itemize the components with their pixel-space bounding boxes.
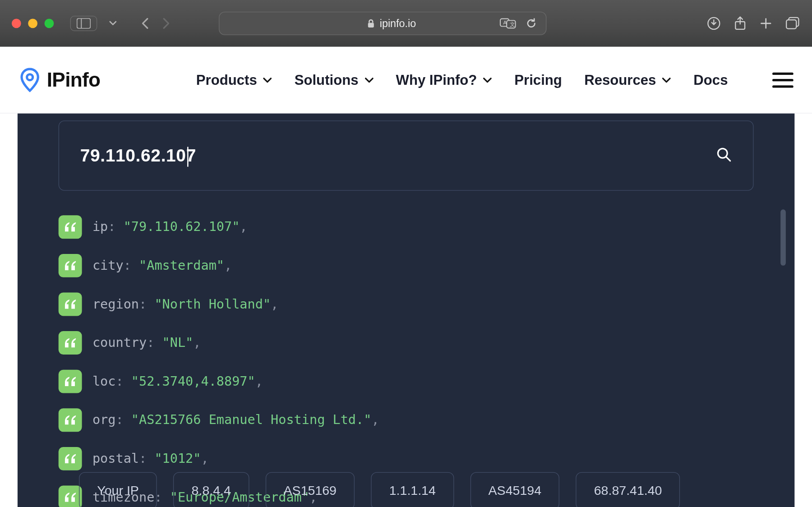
reload-button[interactable] — [521, 14, 541, 33]
json-key: city — [92, 258, 124, 272]
close-window-button[interactable] — [12, 19, 21, 28]
json-key: postal — [92, 451, 139, 466]
site-header: IPinfo Products Solutions Why IPinfo? Pr… — [0, 47, 812, 114]
address-bar[interactable]: ipinfo.io A文 — [219, 12, 546, 35]
quote-icon[interactable] — [59, 447, 82, 470]
nav-label: Products — [196, 72, 257, 88]
logo[interactable]: IPinfo — [19, 67, 101, 93]
chip-example-3[interactable]: 1.1.1.14 — [371, 472, 454, 507]
main-nav: Products Solutions Why IPinfo? Pricing R… — [196, 72, 794, 88]
chip-example-5[interactable]: 68.87.41.40 — [576, 472, 680, 507]
result-row-region: region: "North Holland", — [59, 293, 754, 316]
quote-icon[interactable] — [59, 370, 82, 393]
translate-button[interactable]: A文 — [498, 14, 518, 33]
nav-products[interactable]: Products — [196, 72, 272, 88]
quote-icon[interactable] — [59, 254, 82, 277]
new-tab-button[interactable] — [760, 14, 773, 33]
search-button[interactable] — [715, 146, 732, 165]
browser-toolbar: ipinfo.io A文 — [0, 0, 812, 47]
nav-why[interactable]: Why IPinfo? — [396, 72, 493, 88]
logo-text: IPinfo — [47, 69, 101, 92]
chevron-down-icon — [662, 76, 671, 83]
result-row-country: country: "NL", — [59, 331, 754, 355]
back-button[interactable] — [136, 14, 156, 33]
svg-point-11 — [27, 74, 33, 80]
minimize-window-button[interactable] — [28, 19, 37, 28]
ip-search-input[interactable] — [80, 146, 307, 166]
json-value: "1012" — [154, 451, 201, 466]
quote-icon[interactable] — [59, 331, 82, 355]
json-value: "Amsterdam" — [139, 258, 224, 272]
nav-solutions[interactable]: Solutions — [295, 72, 374, 88]
json-key: country — [92, 335, 147, 350]
svg-rect-2 — [368, 23, 374, 28]
nav-pricing[interactable]: Pricing — [514, 72, 562, 88]
menu-button[interactable] — [772, 72, 794, 88]
example-chips: Your IP 8.8.4.4 AS15169 1.1.1.14 AS45194… — [79, 472, 680, 507]
json-key: region — [92, 297, 139, 311]
sidebar-toggle-button[interactable] — [70, 16, 97, 31]
lock-icon — [367, 19, 375, 28]
ip-search-box — [59, 120, 754, 191]
maximize-window-button[interactable] — [45, 19, 54, 28]
json-value: "52.3740,4.8897" — [131, 374, 255, 388]
logo-icon — [19, 67, 41, 93]
svg-text:文: 文 — [510, 21, 515, 27]
quote-icon[interactable] — [59, 486, 82, 507]
svg-rect-0 — [77, 18, 91, 28]
svg-line-13 — [726, 157, 730, 161]
result-row-city: city: "Amsterdam", — [59, 254, 754, 277]
json-value: "North Holland" — [154, 297, 271, 311]
json-value: "79.110.62.107" — [124, 219, 240, 234]
search-icon — [715, 146, 732, 162]
nav-docs[interactable]: Docs — [693, 72, 728, 88]
window-controls — [12, 19, 54, 28]
chip-your-ip[interactable]: Your IP — [79, 472, 157, 507]
chip-example-1[interactable]: 8.8.4.4 — [173, 472, 249, 507]
nav-label: Why IPinfo? — [396, 72, 477, 88]
svg-text:A: A — [503, 19, 507, 25]
json-value: "NL" — [162, 335, 194, 350]
downloads-button[interactable] — [707, 14, 721, 33]
chevron-down-icon — [483, 76, 492, 83]
quote-icon[interactable] — [59, 215, 82, 239]
nav-resources[interactable]: Resources — [584, 72, 671, 88]
tab-overview-button[interactable] — [103, 14, 123, 33]
quote-icon[interactable] — [59, 408, 82, 432]
chip-example-2[interactable]: AS15169 — [265, 472, 355, 507]
nav-label: Docs — [693, 72, 728, 88]
nav-label: Solutions — [295, 72, 359, 88]
nav-label: Pricing — [514, 72, 562, 88]
url-host: ipinfo.io — [380, 17, 416, 29]
forward-button[interactable] — [156, 14, 175, 33]
chevron-down-icon — [263, 76, 272, 83]
json-key: ip — [92, 219, 108, 234]
json-key: loc — [92, 374, 116, 388]
result-row-loc: loc: "52.3740,4.8897", — [59, 370, 754, 393]
quote-icon[interactable] — [59, 293, 82, 316]
chip-example-4[interactable]: AS45194 — [470, 472, 559, 507]
nav-label: Resources — [584, 72, 656, 88]
lookup-panel: ip: "79.110.62.107", city: "Amsterdam", … — [18, 114, 794, 507]
tabs-overview-button[interactable] — [785, 14, 801, 33]
result-row-org: org: "AS215766 Emanuel Hosting Ltd.", — [59, 408, 754, 432]
share-button[interactable] — [734, 14, 747, 33]
result-json: ip: "79.110.62.107", city: "Amsterdam", … — [59, 215, 754, 507]
chevron-down-icon — [364, 76, 374, 83]
svg-rect-10 — [786, 20, 796, 28]
text-cursor — [187, 147, 189, 167]
result-row-postal: postal: "1012", — [59, 447, 754, 470]
result-row-ip: ip: "79.110.62.107", — [59, 215, 754, 239]
json-value: "AS215766 Emanuel Hosting Ltd." — [131, 412, 372, 427]
scrollbar[interactable] — [780, 209, 786, 266]
json-key: org — [92, 412, 116, 427]
